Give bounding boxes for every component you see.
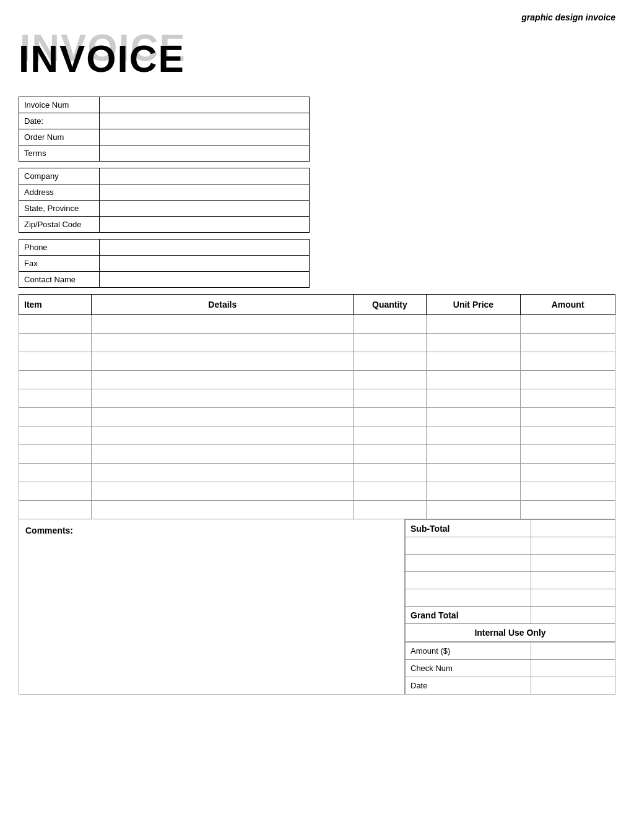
unit-price-cell[interactable] (426, 408, 521, 426)
quantity-cell[interactable] (354, 408, 426, 426)
table-row (19, 352, 615, 371)
unit-price-cell[interactable] (426, 371, 521, 389)
invoice-info-table: Invoice Num Date: Order Num Terms (19, 97, 310, 162)
item-cell[interactable] (19, 482, 92, 501)
contact-info-table: Phone Fax Contact Name (19, 239, 310, 288)
unit-price-cell[interactable] (426, 315, 521, 334)
amount-cell[interactable] (521, 408, 615, 426)
invoice-num-label: Invoice Num (19, 97, 100, 113)
contact-name-value[interactable] (99, 272, 309, 288)
amount-cell[interactable] (521, 482, 615, 501)
quantity-cell[interactable] (354, 371, 426, 389)
item-cell[interactable] (19, 334, 92, 352)
fax-label: Fax (19, 256, 100, 272)
details-cell[interactable] (92, 426, 354, 445)
zip-value[interactable] (99, 217, 309, 233)
company-label: Company (19, 168, 100, 184)
unit-price-cell[interactable] (426, 352, 521, 371)
amount-cell[interactable] (521, 426, 615, 445)
amount-dollar-value[interactable] (531, 643, 615, 660)
table-row (19, 315, 615, 334)
extra-value-2[interactable] (531, 555, 615, 572)
item-cell[interactable] (19, 464, 92, 482)
subtotal-value[interactable] (531, 520, 615, 537)
extra-value-3[interactable] (531, 572, 615, 589)
details-cell[interactable] (92, 352, 354, 371)
item-cell[interactable] (19, 371, 92, 389)
details-cell[interactable] (92, 501, 354, 519)
extra-label-3 (406, 572, 531, 589)
quantity-cell[interactable] (354, 501, 426, 519)
details-cell[interactable] (92, 464, 354, 482)
grand-total-label: Grand Total (406, 607, 531, 624)
unit-price-cell[interactable] (426, 464, 521, 482)
order-num-value[interactable] (99, 129, 309, 145)
quantity-cell[interactable] (354, 352, 426, 371)
amount-cell[interactable] (521, 315, 615, 334)
company-value[interactable] (99, 168, 309, 184)
amount-cell[interactable] (521, 389, 615, 408)
phone-value[interactable] (99, 240, 309, 256)
check-num-label: Check Num (406, 660, 531, 677)
grand-total-value[interactable] (531, 607, 615, 624)
extra-value-1[interactable] (531, 537, 615, 555)
fax-value[interactable] (99, 256, 309, 272)
phone-label: Phone (19, 240, 100, 256)
date-value[interactable] (99, 113, 309, 129)
address-value[interactable] (99, 184, 309, 201)
quantity-cell[interactable] (354, 315, 426, 334)
item-cell[interactable] (19, 389, 92, 408)
details-cell[interactable] (92, 389, 354, 408)
state-province-value[interactable] (99, 201, 309, 217)
item-cell[interactable] (19, 315, 92, 334)
address-row: Address (19, 184, 310, 201)
check-num-value[interactable] (531, 660, 615, 677)
internal-use-table: Amount ($) Check Num Date (405, 642, 615, 695)
internal-date-label: Date (406, 677, 531, 695)
amount-cell[interactable] (521, 501, 615, 519)
zip-label: Zip/Postal Code (19, 217, 100, 233)
details-cell[interactable] (92, 482, 354, 501)
quantity-cell[interactable] (354, 464, 426, 482)
terms-value[interactable] (99, 145, 309, 162)
totals-section: Sub-Total (405, 519, 615, 695)
unit-price-cell[interactable] (426, 482, 521, 501)
item-cell[interactable] (19, 408, 92, 426)
amount-cell[interactable] (521, 445, 615, 464)
terms-label: Terms (19, 145, 100, 162)
unit-price-cell[interactable] (426, 501, 521, 519)
quantity-cell[interactable] (354, 389, 426, 408)
details-cell[interactable] (92, 315, 354, 334)
details-cell[interactable] (92, 445, 354, 464)
amount-cell[interactable] (521, 464, 615, 482)
extra-value-4[interactable] (531, 589, 615, 607)
quantity-header: Quantity (354, 295, 426, 315)
item-cell[interactable] (19, 352, 92, 371)
invoice-num-value[interactable] (99, 97, 309, 113)
quantity-cell[interactable] (354, 445, 426, 464)
details-cell[interactable] (92, 334, 354, 352)
unit-price-cell[interactable] (426, 426, 521, 445)
quantity-cell[interactable] (354, 334, 426, 352)
table-row (19, 334, 615, 352)
amount-cell[interactable] (521, 371, 615, 389)
details-cell[interactable] (92, 408, 354, 426)
internal-date-value[interactable] (531, 677, 615, 695)
page-header: graphic design invoice (19, 12, 615, 22)
amount-dollar-label: Amount ($) (406, 643, 531, 660)
details-cell[interactable] (92, 371, 354, 389)
amount-cell[interactable] (521, 334, 615, 352)
subtotal-label: Sub-Total (406, 520, 531, 537)
quantity-cell[interactable] (354, 482, 426, 501)
unit-price-cell[interactable] (426, 389, 521, 408)
quantity-cell[interactable] (354, 426, 426, 445)
unit-price-cell[interactable] (426, 334, 521, 352)
state-province-row: State, Province (19, 201, 310, 217)
item-cell[interactable] (19, 426, 92, 445)
unit-price-cell[interactable] (426, 445, 521, 464)
extra-row-3 (406, 572, 615, 589)
amount-cell[interactable] (521, 352, 615, 371)
item-cell[interactable] (19, 445, 92, 464)
company-info-table: Company Address State, Province Zip/Post… (19, 168, 310, 233)
item-cell[interactable] (19, 501, 92, 519)
